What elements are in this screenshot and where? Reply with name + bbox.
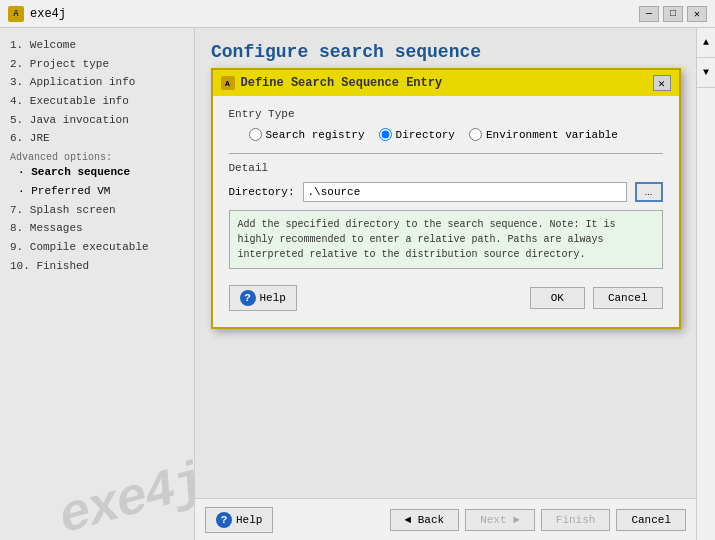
back-button[interactable]: ◄ Back [390, 509, 460, 531]
sidebar-item-messages[interactable]: 8. Messages [10, 219, 184, 238]
sidebar-item-app-info[interactable]: 3. Application info [10, 73, 184, 92]
dialog-action-buttons: OK Cancel [530, 287, 663, 309]
maximize-button[interactable]: □ [663, 6, 683, 22]
browse-button[interactable]: ... [635, 182, 663, 202]
close-window-button[interactable]: ✕ [687, 6, 707, 22]
next-button[interactable]: Next ► [465, 509, 535, 531]
sidebar-item-jre[interactable]: 6. JRE [10, 129, 184, 148]
footer-left: ? Help [205, 507, 273, 533]
entry-type-label: Entry Type [229, 108, 663, 120]
dialog-title-bar: A Define Search Sequence Entry ✕ [213, 70, 679, 96]
dialog-close-button[interactable]: ✕ [653, 75, 671, 91]
sidebar-item-exec-info[interactable]: 4. Executable info [10, 92, 184, 111]
scroll-down-button[interactable]: ▼ [697, 58, 715, 88]
title-bar-left: A exe4j [8, 6, 66, 22]
dialog-title-left: A Define Search Sequence Entry [221, 76, 443, 90]
dialog-help-button[interactable]: ? Help [229, 285, 297, 311]
sidebar-item-splash[interactable]: 7. Splash screen [10, 201, 184, 220]
directory-row: Directory: ... [229, 182, 663, 202]
radio-directory[interactable]: Directory [379, 128, 455, 141]
info-text: Add the specified directory to the searc… [229, 210, 663, 269]
radio-envvar-input[interactable] [469, 128, 482, 141]
divider [229, 153, 663, 154]
dialog-help-label: Help [260, 292, 286, 304]
directory-input[interactable] [303, 182, 627, 202]
title-controls: — □ ✕ [639, 6, 707, 22]
content-body: Configure search sequence On the target … [195, 28, 696, 498]
content-area: Configure search sequence On the target … [195, 28, 696, 540]
main-cancel-button[interactable]: Cancel [616, 509, 686, 531]
directory-label: Directory: [229, 186, 295, 198]
title-bar: A exe4j — □ ✕ [0, 0, 715, 28]
define-search-entry-dialog: A Define Search Sequence Entry ✕ Entry T… [211, 68, 681, 329]
sidebar: 1. Welcome 2. Project type 3. Applicatio… [0, 28, 195, 540]
dialog-cancel-button[interactable]: Cancel [593, 287, 663, 309]
dialog-icon: A [221, 76, 235, 90]
radio-env-var[interactable]: Environment variable [469, 128, 618, 141]
radio-search-registry[interactable]: Search registry [249, 128, 365, 141]
sidebar-item-finished[interactable]: 10. Finished [10, 257, 184, 276]
minimize-button[interactable]: — [639, 6, 659, 22]
app-icon: A [8, 6, 24, 22]
sidebar-item-compile[interactable]: 9. Compile executable [10, 238, 184, 257]
radio-directory-input[interactable] [379, 128, 392, 141]
sidebar-item-java-invoke[interactable]: 5. Java invocation [10, 111, 184, 130]
sidebar-item-welcome[interactable]: 1. Welcome [10, 36, 184, 55]
detail-section: Detail Directory: ... Add the specified … [229, 162, 663, 269]
radio-directory-label: Directory [396, 129, 455, 141]
sidebar-item-project-type[interactable]: 2. Project type [10, 55, 184, 74]
main-footer: ? Help ◄ Back Next ► Finish Cancel [195, 498, 696, 540]
main-help-icon: ? [216, 512, 232, 528]
sidebar-item-preferred-vm[interactable]: · Preferred VM [10, 182, 184, 201]
main-help-button[interactable]: ? Help [205, 507, 273, 533]
main-help-label: Help [236, 514, 262, 526]
radio-registry-input[interactable] [249, 128, 262, 141]
detail-label: Detail [229, 162, 663, 174]
help-icon: ? [240, 290, 256, 306]
radio-registry-label: Search registry [266, 129, 365, 141]
advanced-options-label: Advanced options: [10, 152, 184, 163]
main-layout: 1. Welcome 2. Project type 3. Applicatio… [0, 28, 715, 540]
finish-button[interactable]: Finish [541, 509, 611, 531]
dialog-title: Define Search Sequence Entry [241, 76, 443, 90]
entry-type-radio-group: Search registry Directory Environment va… [229, 128, 663, 141]
sidebar-watermark: exe4j [53, 453, 195, 540]
scroll-buttons: ▲ ▼ [696, 28, 715, 540]
dialog-overlay: A Define Search Sequence Entry ✕ Entry T… [195, 28, 696, 498]
footer-right: ◄ Back Next ► Finish Cancel [390, 509, 686, 531]
dialog-body: Entry Type Search registry Directory [213, 96, 679, 327]
dialog-footer: ? Help OK Cancel [229, 281, 663, 315]
window-title: exe4j [30, 7, 66, 21]
radio-envvar-label: Environment variable [486, 129, 618, 141]
scroll-up-button[interactable]: ▲ [697, 28, 715, 58]
sidebar-item-search-seq[interactable]: · Search sequence [10, 163, 184, 182]
ok-button[interactable]: OK [530, 287, 585, 309]
